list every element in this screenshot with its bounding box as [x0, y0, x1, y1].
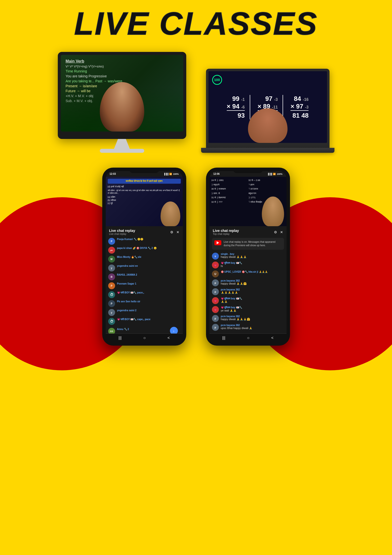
avatar-10: ⏱	[108, 318, 115, 325]
phone-inner-right: 12:06 ▐▐▐ 📶 100% 24 से ├ 1991 32 से ─ 2.…	[209, 171, 287, 342]
chat-message-1: P Pooja Kumari 🔧 🙂🙂	[108, 238, 180, 245]
chat-message-4: y yogendra saini ee	[108, 265, 180, 271]
page-title: LIVE CLASSES	[0, 0, 392, 44]
nav-back-left[interactable]: <	[167, 336, 170, 340]
bottom-section: 12:03 ▐▐▐ 📶 100% मानसिक योग्यता के पेपर …	[0, 163, 392, 370]
wifi-icon: 📶	[169, 173, 172, 175]
chalk-prog: You are taking Progressive	[66, 74, 178, 78]
chat-messages-left: P Pooja Kumari 🔧 🙂🙂 pk papa ki shan 🌈 🎯 …	[106, 236, 183, 333]
chat-header-info: Live chat replay Live chat replay	[109, 229, 135, 235]
battery-right: 100%	[277, 173, 282, 175]
chat-msg-r4: p pcm bayana 382 happy diwali 🙏🙏🤗	[212, 279, 284, 286]
phone-video-right: 24 से ├ 1991 32 से ─ 2.68 ├ समुद्रपे └ इ…	[209, 177, 287, 226]
avatar-3: M	[108, 256, 115, 263]
chat-msg-r8: p pcm bayana 382 happy diwali 🙏🙏🙏🤗	[212, 315, 284, 322]
avatar-r5: p	[212, 288, 219, 295]
chat-message-11-row: GS Annu 🔧 2 ↓	[108, 327, 180, 333]
chat-header-left: Live chat replay Live chat replay ⚙ ✕	[106, 226, 183, 236]
chat-header-icons-left: ⚙ ✕	[170, 230, 179, 234]
nav-home-right[interactable]: |||	[222, 336, 225, 340]
youtube-icon	[214, 240, 221, 245]
chat-section-left: Live chat replay Live chat replay ⚙ ✕ P	[106, 226, 183, 333]
phone-video-left: मानसिक योग्यता के पेपर में छपने वाले प्र…	[106, 177, 183, 226]
close-icon-right[interactable]: ✕	[280, 230, 283, 234]
avatar-r7: 💗	[212, 306, 219, 313]
chat-section-right: Live chat replay Top chat replay ⚙ ✕	[209, 226, 287, 333]
chat-message-11: GS Annu 🔧 2	[108, 328, 129, 333]
chat-sub-right: Top chat replay	[213, 233, 239, 235]
chat-header-icons-right: ⚙ ✕	[274, 230, 283, 234]
monitor-screen: Main Verb V¹ V² V³(V+ing) V⁵(V+s/es) Tim…	[61, 55, 183, 132]
settings-icon-right[interactable]: ⚙	[274, 230, 277, 234]
chat-msg-r3: U 🎯 UPSC_LOVER 🎯🔧 hlw.sir ji 🙏🙏🙏	[212, 270, 284, 277]
chat-message-7: ⏱ 💗 पारी BOY 💌🔧 pace,,	[108, 291, 180, 298]
close-icon[interactable]: ✕	[176, 230, 179, 234]
phone-left: 12:03 ▐▐▐ 📶 100% मानसिक योग्यता के पेपर …	[102, 168, 186, 346]
chat-message-9: y yogendra saini 2	[108, 309, 180, 316]
chat-message-3: M Miss Monty 🔥🔧 ole	[108, 256, 180, 263]
chat-header-right: Live chat replay Top chat replay ⚙ ✕	[209, 226, 287, 236]
chalk-main-verb: Main Verb	[66, 59, 178, 64]
math-col-1: 99 -1 × 94 -6 93	[227, 95, 250, 119]
chat-sub-left: Live chat replay	[109, 233, 135, 235]
avatar-8: P	[108, 300, 115, 307]
math-col-3: 84 -16 × 97 -3 81 48	[290, 95, 309, 119]
scroll-down-button[interactable]: ↓	[170, 327, 178, 333]
yt-play-icon	[217, 241, 219, 244]
desktop-monitor: Main Verb V¹ V² V³(V+ing) V⁵(V+s/es) Tim…	[58, 52, 186, 153]
wifi-icon-right: 📶	[273, 173, 276, 175]
avatar-r1: s	[212, 253, 219, 260]
chat-message-8: P Pk sen Sen hello sir	[108, 300, 180, 307]
math-100-circle: 100	[212, 75, 222, 85]
avatar-1: P	[108, 238, 115, 245]
battery-left: 100%	[173, 173, 179, 175]
monitor-stand	[112, 139, 132, 149]
avatar-r8: p	[212, 315, 219, 322]
laptop-base	[201, 148, 334, 153]
laptop: 100 99 -1 × 94 -6 93 97 -3 × 89 -11 86 3…	[201, 69, 334, 153]
chat-msg-r2: 💗 💗 मुस्लिम boy 💌🔧 hi	[212, 262, 284, 268]
avatar-2: pk	[108, 247, 115, 254]
avatar-9: y	[108, 309, 115, 316]
chat-title-right: Live chat replay	[213, 229, 239, 233]
phone-notch-right	[233, 168, 263, 173]
settings-icon[interactable]: ⚙	[170, 230, 173, 234]
nav-back-right[interactable]: <	[271, 336, 273, 340]
avatar-5: R	[108, 273, 115, 280]
time-left: 12:03	[110, 173, 116, 175]
chalk-time: Time Running	[66, 69, 178, 73]
avatar-4: y	[108, 265, 115, 271]
chat-msg-r9: p pcm bayana 382 upsc Bhai happy diwali …	[212, 324, 284, 331]
signal-icon: ▐▐▐	[164, 173, 168, 175]
phone-nav-right: ||| ○ <	[209, 333, 287, 342]
devices-top-row: Main Verb V¹ V² V³(V+ing) V⁵(V+s/es) Tim…	[0, 44, 392, 163]
chat-msg-r5: p pcm bayana 382 🙏🙏🙏🙏🙏	[212, 288, 284, 295]
avatar-r4: p	[212, 279, 219, 286]
avatar-r9: p	[212, 324, 219, 331]
avatar-11: GS	[108, 328, 115, 333]
chat-msg-r7: 💗 💗 मुस्लिम boy 💌🔧 ye wali 🙏🙏	[212, 306, 284, 313]
time-right: 12:06	[213, 173, 220, 175]
monitor-body: Main Verb V¹ V² V³(V+ing) V⁵(V+s/es) Tim…	[58, 52, 186, 139]
chat-title-left: Live chat replay	[109, 229, 135, 233]
chat-message-10: ⏱ 💗 पारी BOY 💌🔧 cape,, pace	[108, 318, 180, 325]
chat-info-text: Live chat replay is on. Messages that ap…	[224, 240, 282, 247]
avatar-6: P	[108, 282, 115, 289]
status-icons-left: ▐▐▐ 📶 100%	[164, 173, 179, 175]
chat-msg-r6: 💗 💗 मुस्लिम boy 💌🔧 🙏🙏	[212, 297, 284, 304]
signal-icon-right: ▐▐▐	[267, 173, 272, 175]
teacher-overlay	[61, 87, 183, 132]
monitor-base	[100, 149, 144, 153]
laptop-body: 100 99 -1 × 94 -6 93 97 -3 × 89 -11 86 3…	[206, 69, 330, 148]
phone-right: 12:06 ▐▐▐ 📶 100% 24 से ├ 1991 32 से ─ 2.…	[206, 168, 290, 346]
phone-inner-left: 12:03 ▐▐▐ 📶 100% मानसिक योग्यता के पेपर …	[106, 171, 183, 342]
laptop-screen: 100 99 -1 × 94 -6 93 97 -3 × 89 -11 86 3…	[208, 71, 327, 143]
nav-home-left[interactable]: |||	[119, 336, 122, 340]
phone-nav-left: ||| ○ <	[106, 333, 183, 342]
nav-circle-right[interactable]: ○	[247, 336, 249, 340]
nav-circle-left[interactable]: ○	[143, 336, 146, 340]
status-icons-right: ▐▐▐ 📶 100%	[267, 173, 282, 175]
avatar-r3: U	[212, 270, 219, 277]
chat-messages-right: s single . boy happy diwali 🙏🙏🙏 💗 💗 मुस्…	[209, 251, 287, 333]
chat-message-6: P Poonam Sagar 1	[108, 282, 180, 289]
